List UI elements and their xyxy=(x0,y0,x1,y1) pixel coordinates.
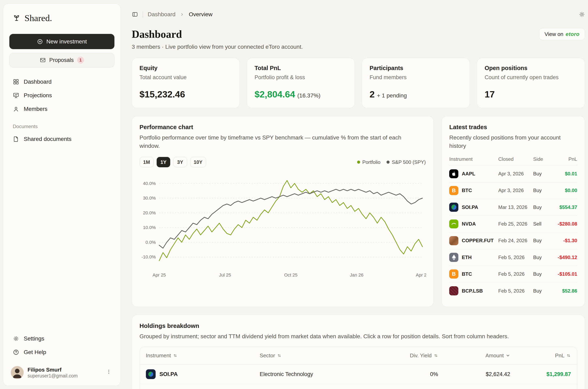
proposals-button[interactable]: Proposals 1 xyxy=(9,53,115,67)
stat-card-equity: Equity Total account value $15,232.46 xyxy=(132,58,240,108)
svg-text:-10.0%: -10.0% xyxy=(141,254,156,259)
holding-amount: $2,624.42 xyxy=(438,371,510,377)
sidebar-item-dashboard[interactable]: Dashboard xyxy=(9,75,115,89)
trade-side: Buy xyxy=(533,171,550,177)
timeframe-10y[interactable]: 10Y xyxy=(190,157,206,167)
trade-side: Buy xyxy=(533,238,550,243)
trade-closed-date: Feb 5, 2026 xyxy=(498,255,533,260)
page-header: Dashboard 3 members · Live portfolio vie… xyxy=(132,28,585,50)
holdings-column-amount[interactable]: Amount xyxy=(438,353,510,359)
trade-row[interactable]: BCP.LSBFeb 5, 2026Buy$52.86 xyxy=(449,283,577,299)
breadcrumb-overview: Overview xyxy=(189,11,212,18)
trade-closed-date: Feb 25, 2026 xyxy=(498,221,533,227)
latest-trades-description: Recently closed positions from your acco… xyxy=(449,133,577,150)
document-icon xyxy=(13,136,19,142)
chevron-right-icon xyxy=(180,11,184,18)
column-pnl: PnL xyxy=(550,156,577,162)
sidebar-item-label: Shared documents xyxy=(24,136,71,142)
trade-row[interactable]: BBTCFeb 5, 2026Buy-$105.01 xyxy=(449,266,577,282)
performance-chart-description: Portfolio performance over time by timef… xyxy=(140,133,421,150)
holding-row[interactable]: BBTC2 positionsCrypto—$2,199.18-$1,310.7… xyxy=(140,384,577,389)
theme-toggle-sun-icon[interactable] xyxy=(579,11,585,17)
sort-icon xyxy=(434,353,438,358)
trade-closed-date: Feb 24, 2026 xyxy=(498,238,533,243)
breadcrumb-dashboard[interactable]: Dashboard xyxy=(148,11,176,18)
svg-text:20.0%: 20.0% xyxy=(143,210,156,215)
brand-logo: Shared. xyxy=(9,13,115,23)
sidebar-item-settings[interactable]: Settings xyxy=(9,332,115,345)
holdings-column-instrument[interactable]: Instrument xyxy=(146,353,260,359)
trade-side: Sell xyxy=(533,221,550,227)
svg-text:Jan 26: Jan 26 xyxy=(350,272,363,277)
envelope-icon xyxy=(40,57,46,63)
chevron-down-icon xyxy=(506,353,510,358)
trade-symbol: AAPL xyxy=(462,171,475,177)
stat-value: 2+ 1 pending xyxy=(369,89,462,100)
trade-row[interactable]: NVDAFeb 25, 2026Sell-$280.08 xyxy=(449,216,577,232)
new-investment-button[interactable]: New investment xyxy=(9,34,115,49)
timeframe-3y[interactable]: 3Y xyxy=(173,157,187,167)
holding-symbol: SOI.PA xyxy=(159,371,178,377)
svg-text:40.0%: 40.0% xyxy=(143,181,156,186)
view-on-etoro-button[interactable]: View on etoro xyxy=(539,28,585,40)
sidebar-item-projections[interactable]: Projections xyxy=(9,89,115,102)
bcp-icon xyxy=(449,286,458,295)
proposals-label: Proposals xyxy=(49,57,74,63)
column-instrument: Instrument xyxy=(449,156,498,162)
svg-text:Apr 25: Apr 25 xyxy=(152,272,166,277)
nvda-icon xyxy=(449,220,458,228)
btc-icon: B xyxy=(449,269,458,279)
svg-text:10.0%: 10.0% xyxy=(143,225,156,230)
page-subtitle: 3 members · Live portfolio view from you… xyxy=(132,44,303,50)
svg-text:0.0%: 0.0% xyxy=(146,240,156,245)
stat-subtitle: Count of currently open trades xyxy=(485,74,577,81)
holdings-column-pnl[interactable]: PnL xyxy=(510,353,571,359)
brand-name: Shared. xyxy=(25,13,52,23)
user-profile[interactable]: Filipos Smurf superuser1@gmail.com xyxy=(9,366,115,379)
timeframe-1m[interactable]: 1M xyxy=(140,157,154,167)
sidebar-item-shared-documents[interactable]: Shared documents xyxy=(9,132,115,146)
stat-card-total-pnl: Total PnL Portfolio profit & loss $2,804… xyxy=(247,58,355,108)
sidebar-item-label: Projections xyxy=(24,92,52,99)
projection-chart-icon xyxy=(13,92,19,99)
holding-row[interactable]: SOI.PAElectronic Technology0%$2,624.42$1… xyxy=(140,364,577,384)
new-investment-label: New investment xyxy=(46,38,87,45)
holding-pnl: $1,299.87 xyxy=(510,371,571,377)
copper-icon xyxy=(449,236,458,245)
stat-subtitle: Portfolio profit & loss xyxy=(255,74,347,81)
legend-item: Portfolio xyxy=(357,159,381,165)
trade-row[interactable]: SOI.PAMar 13, 2026Buy$554.37 xyxy=(449,199,577,216)
legend-item: S&P 500 (SPY) xyxy=(386,159,426,165)
sidebar-item-members[interactable]: Members xyxy=(9,102,115,116)
timeframe-1y[interactable]: 1Y xyxy=(157,157,170,167)
trade-closed-date: Feb 5, 2026 xyxy=(498,288,533,294)
latest-trades-title: Latest trades xyxy=(449,124,577,130)
holdings-table-header: Instrument Sector Div. Yield Amount xyxy=(140,347,577,364)
grid-icon xyxy=(13,79,19,85)
trade-closed-date: Mar 13, 2026 xyxy=(498,204,533,210)
user-menu-kebab-icon[interactable] xyxy=(105,367,113,377)
topbar: Dashboard Overview xyxy=(132,9,585,20)
stat-subtitle: Fund members xyxy=(369,74,462,81)
sort-icon xyxy=(566,353,571,358)
trade-symbol: COPPER.FUT xyxy=(462,238,494,243)
holdings-column-sector[interactable]: Sector xyxy=(260,353,389,359)
sidebar-item-get-help[interactable]: Get Help xyxy=(9,346,115,359)
trade-row[interactable]: COPPER.FUTFeb 24, 2026Buy-$1.30 xyxy=(449,232,577,249)
sidebar: Shared. New investment Proposals 1 Dashb… xyxy=(3,3,121,386)
trade-pnl: -$280.08 xyxy=(550,221,577,227)
trade-row[interactable]: ETHFeb 5, 2026Buy-$490.12 xyxy=(449,249,577,266)
trade-row[interactable]: AAPLApr 3, 2026Buy$0.01 xyxy=(449,165,577,182)
svg-text:Oct 25: Oct 25 xyxy=(284,272,297,277)
column-side: Side xyxy=(533,156,550,162)
holdings-column-div-yield[interactable]: Div. Yield xyxy=(389,353,438,359)
performance-chart-card: Performance chart Portfolio performance … xyxy=(132,116,433,307)
holdings-rows: SOI.PAElectronic Technology0%$2,624.42$1… xyxy=(140,364,577,389)
sidebar-item-label: Dashboard xyxy=(24,79,52,85)
performance-chart-title: Performance chart xyxy=(140,124,426,130)
trade-side: Buy xyxy=(533,204,550,210)
trade-row[interactable]: BBTCApr 3, 2026Buy$0.00 xyxy=(449,182,577,199)
trade-closed-date: Apr 3, 2026 xyxy=(498,171,533,177)
sidebar-toggle-icon[interactable] xyxy=(132,11,138,18)
stat-value: 17 xyxy=(485,89,577,100)
